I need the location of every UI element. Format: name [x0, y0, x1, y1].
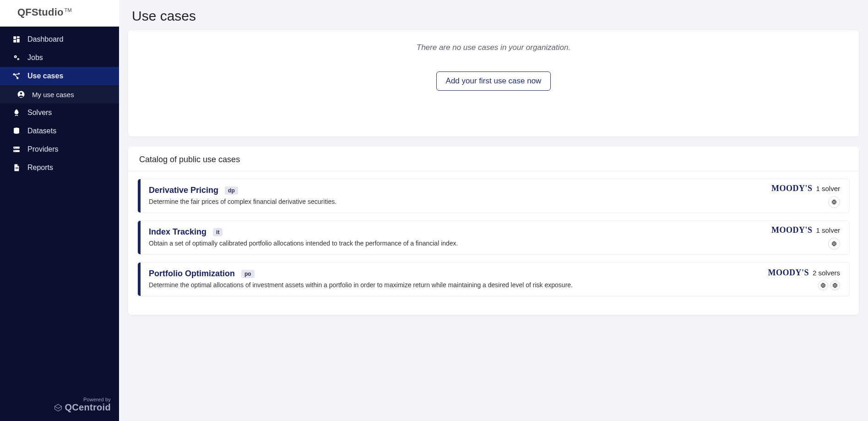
qcentroid-logo-icon	[54, 404, 62, 412]
svg-point-11	[18, 73, 20, 75]
sidebar-nav: Dashboard Jobs Use cases My	[0, 27, 119, 392]
svg-rect-16	[13, 147, 20, 149]
sidebar-item-label: My use cases	[32, 91, 74, 98]
sidebar-item-label: Use cases	[27, 72, 63, 80]
sidebar-subnav: My use cases	[0, 85, 119, 104]
rocket-icon	[12, 108, 21, 117]
svg-point-14	[20, 93, 22, 95]
network-icon	[12, 71, 21, 81]
cpu-chip-icon	[818, 280, 828, 290]
use-case-body: Portfolio OptimizationpoDetermine the op…	[141, 262, 762, 296]
catalog-use-case[interactable]: Portfolio OptimizationpoDetermine the op…	[137, 262, 850, 296]
dashboard-icon	[12, 35, 21, 44]
sidebar-item-label: Datasets	[27, 127, 56, 135]
sidebar-item-use-cases[interactable]: Use cases	[0, 67, 119, 85]
sidebar: QFStudioTM Dashboard Jobs Use cases	[0, 0, 119, 421]
database-icon	[12, 126, 21, 136]
sidebar-item-jobs[interactable]: Jobs	[0, 49, 119, 67]
use-case-body: Index TrackingitObtain a set of optimall…	[141, 221, 762, 254]
cpu-chip-icon	[830, 280, 840, 290]
page-title: Use cases	[132, 8, 855, 24]
solver-chips	[818, 280, 840, 290]
brand-tm: TM	[65, 7, 72, 13]
catalog-list: Derivative PricingdpDetermine the fair p…	[128, 179, 859, 296]
svg-rect-5	[13, 40, 16, 43]
sidebar-item-dashboard[interactable]: Dashboard	[0, 30, 119, 49]
svg-rect-17	[13, 150, 20, 153]
use-case-tag: po	[241, 270, 255, 278]
svg-rect-21	[16, 169, 18, 169]
svg-point-7	[15, 56, 16, 57]
provider-logo: MOODY'S	[771, 225, 813, 235]
use-case-description: Obtain a set of optimally calibrated por…	[149, 240, 754, 247]
sidebar-item-reports[interactable]: Reports	[0, 159, 119, 177]
use-case-title: Derivative Pricing	[149, 186, 218, 195]
use-case-description: Determine the optimal allocations of inv…	[149, 281, 754, 289]
provider-logo: MOODY'S	[768, 268, 809, 278]
sidebar-item-label: Reports	[27, 164, 53, 172]
provider-logo: MOODY'S	[771, 184, 813, 193]
sidebar-item-solvers[interactable]: Solvers	[0, 104, 119, 122]
svg-rect-3	[17, 36, 20, 38]
svg-rect-2	[13, 36, 16, 39]
solvers-count-label: 1 solver	[816, 185, 840, 192]
sidebar-item-my-use-cases[interactable]: My use cases	[0, 85, 119, 104]
powered-by-label: Powered by	[8, 397, 111, 402]
footer-brand: QCentroid	[8, 402, 111, 413]
svg-point-19	[15, 151, 16, 152]
cpu-chip-icon	[828, 238, 840, 250]
server-icon	[12, 145, 21, 154]
user-circle-icon	[16, 90, 26, 99]
sidebar-footer: Powered by QCentroid	[0, 392, 119, 421]
solvers-count-label: 1 solver	[816, 226, 840, 234]
solver-chips	[828, 196, 840, 208]
svg-point-9	[18, 59, 19, 60]
use-case-right: MOODY'S2 solvers	[762, 262, 849, 296]
catalog-use-case[interactable]: Index TrackingitObtain a set of optimall…	[137, 220, 850, 255]
catalog-card: Catalog of public use cases Derivative P…	[128, 147, 859, 315]
empty-state-message: There are no use cases in your organizat…	[139, 43, 848, 52]
add-first-use-case-button[interactable]: Add your first use case now	[436, 71, 551, 91]
document-icon	[12, 163, 21, 172]
empty-state-card: There are no use cases in your organizat…	[128, 30, 859, 137]
gears-icon	[12, 53, 21, 62]
use-case-description: Determine the fair prices of complex fin…	[149, 198, 754, 205]
brand-name: QFStudio	[17, 6, 64, 18]
use-case-tag: dp	[225, 186, 238, 195]
main-content: Use cases There are no use cases in your…	[119, 0, 868, 421]
use-case-title: Portfolio Optimization	[149, 269, 235, 279]
solver-chips	[828, 238, 840, 250]
catalog-use-case[interactable]: Derivative PricingdpDetermine the fair p…	[137, 179, 850, 213]
sidebar-item-label: Dashboard	[27, 35, 63, 44]
svg-rect-20	[16, 167, 18, 168]
sidebar-item-datasets[interactable]: Datasets	[0, 122, 119, 140]
sidebar-item-providers[interactable]: Providers	[0, 140, 119, 159]
use-case-right: MOODY'S1 solver	[762, 221, 849, 254]
solvers-count-label: 2 solvers	[813, 269, 840, 277]
cpu-chip-icon	[828, 196, 840, 208]
use-case-tag: it	[213, 228, 222, 236]
svg-rect-4	[17, 39, 20, 43]
sidebar-item-label: Solvers	[27, 109, 52, 117]
use-case-body: Derivative PricingdpDetermine the fair p…	[141, 179, 762, 213]
use-case-right: MOODY'S1 solver	[762, 179, 849, 213]
page-header: Use cases	[119, 0, 868, 30]
catalog-title: Catalog of public use cases	[128, 147, 859, 171]
sidebar-item-label: Jobs	[27, 54, 43, 62]
footer-brand-label: QCentroid	[65, 402, 111, 413]
sidebar-item-label: Providers	[27, 145, 59, 153]
brand-logo: QFStudioTM	[0, 0, 119, 27]
use-case-title: Index Tracking	[149, 227, 206, 237]
svg-point-18	[15, 148, 16, 148]
